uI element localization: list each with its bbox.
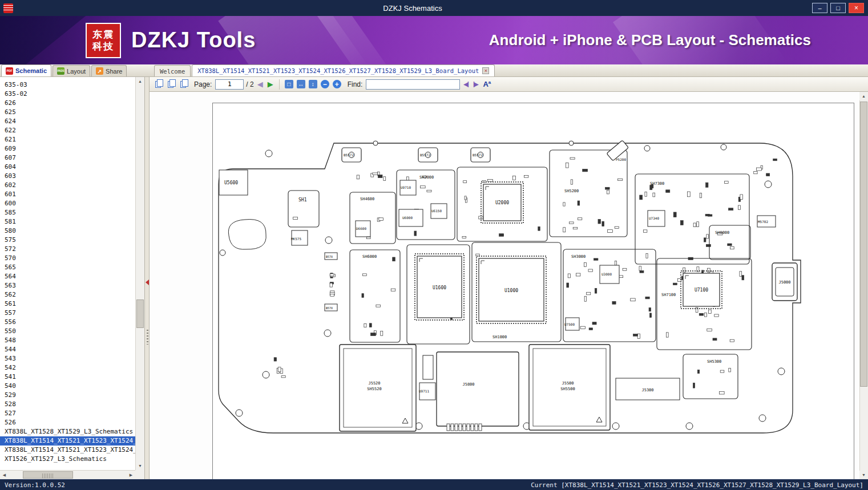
sidebar-item[interactable]: 622 (0, 126, 135, 135)
sidebar-item[interactable]: 621 (0, 135, 135, 144)
sidebar-item[interactable]: 602 (0, 181, 135, 190)
scrollbar-thumb[interactable] (136, 299, 144, 328)
document-tab-label: Welcome (160, 68, 185, 75)
sidebar-item[interactable]: 581 (0, 217, 135, 226)
sidebar-item[interactable]: 529 (0, 391, 135, 400)
sidebar-item[interactable]: 601 (0, 190, 135, 199)
scroll-up-icon[interactable]: ▲ (136, 77, 144, 86)
sidebar-item[interactable]: 528 (0, 400, 135, 409)
font-size-icon[interactable]: Aa (481, 80, 492, 88)
facing-pages-view-icon[interactable] (168, 81, 173, 88)
sidebar-item[interactable]: 543 (0, 354, 135, 363)
svg-text:SH7100: SH7100 (661, 293, 676, 297)
book-view-icon[interactable] (180, 81, 186, 88)
svg-text:M5702: M5702 (758, 220, 768, 224)
page-number-input[interactable] (215, 79, 244, 90)
scroll-right-icon[interactable]: ▶ (127, 471, 135, 479)
sidebar-item[interactable]: 564 (0, 272, 135, 281)
sidebar-item[interactable]: 600 (0, 199, 135, 208)
sidebar-item[interactable]: 575 (0, 236, 135, 245)
sidebar-item[interactable]: 635-03 (0, 80, 135, 90)
pads-icon: PADS (57, 67, 64, 75)
viewer-toolbar: Page: / 2 ◀ ▶ □ ↔ ↕ − + Find: ◀| |▶ Aa (150, 77, 868, 92)
document-tab[interactable]: Welcome (154, 65, 191, 76)
sidebar-vertical-scrollbar[interactable]: ▲ ▼ (135, 77, 144, 470)
sidebar-item[interactable]: 548 (0, 336, 135, 345)
tab-schematic[interactable]: PDFSchematic (1, 64, 51, 76)
pcb-board-drawing: U5600SH1MK575SH4600D6600B5572B5572B5572S… (213, 103, 855, 479)
actual-size-icon[interactable]: □ (285, 80, 293, 88)
sidebar-item[interactable]: 527 (0, 409, 135, 418)
sidebar-item[interactable]: 625 (0, 108, 135, 117)
svg-text:U1000: U1000 (504, 288, 518, 293)
sidebar-item[interactable]: XT1526_XT1527_L3_Schematics (0, 455, 135, 464)
tab-share[interactable]: ↗Share (91, 65, 127, 76)
sidebar-item[interactable]: 635-02 (0, 90, 135, 99)
sidebar-item[interactable]: 580 (0, 226, 135, 236)
scroll-left-icon[interactable]: ◀ (0, 471, 9, 479)
tab-layout[interactable]: PADSLayout (53, 65, 90, 76)
sidebar-item[interactable]: 541 (0, 372, 135, 382)
svg-text:SH3000: SH3000 (571, 254, 586, 259)
single-page-view-icon[interactable] (155, 81, 161, 88)
close-button[interactable]: × (849, 3, 864, 13)
document-tab[interactable]: XT838L_XT1514_XT1521_XT1523_XT1524_XT152… (192, 64, 495, 76)
sidebar-item[interactable]: 607 (0, 153, 135, 163)
tab-close-icon[interactable]: × (482, 67, 489, 74)
previous-page-icon[interactable]: ◀ (256, 80, 264, 88)
sidebar-item[interactable]: 585 (0, 208, 135, 217)
sidebar-item[interactable]: 563 (0, 281, 135, 290)
sidebar-item[interactable]: XT838L_XT1514_XT1521_XT1523_XT1524_XT1 (0, 446, 135, 455)
tab-bar: PDFSchematicPADSLayout↗Share WelcomeXT83… (0, 64, 868, 77)
toolbar-separator (279, 79, 280, 90)
scroll-up-icon[interactable]: ▲ (859, 92, 868, 100)
sidebar-item[interactable]: 561 (0, 299, 135, 309)
sidebar-splitter[interactable] (144, 77, 150, 479)
svg-text:MK575: MK575 (291, 237, 301, 241)
fit-page-icon[interactable]: ↕ (309, 80, 317, 88)
svg-text:B578: B578 (326, 306, 333, 310)
sidebar-item[interactable]: 609 (0, 144, 135, 153)
collapse-arrow-icon[interactable] (146, 280, 149, 285)
find-next-icon[interactable]: |▶ (472, 81, 479, 87)
find-previous-icon[interactable]: ◀| (462, 81, 470, 87)
sidebar-item[interactable]: 556 (0, 318, 135, 327)
current-document-text: Current [XT838L_XT1514_XT1521_XT1523_XT1… (531, 481, 863, 489)
fit-width-icon[interactable]: ↔ (297, 80, 305, 88)
svg-text:U7100: U7100 (695, 287, 708, 293)
sidebar-item[interactable]: 540 (0, 382, 135, 391)
scroll-down-icon[interactable]: ▼ (859, 471, 868, 479)
find-input[interactable] (366, 79, 460, 90)
sidebar-item[interactable]: 562 (0, 290, 135, 299)
minimize-button[interactable]: – (812, 3, 827, 13)
sidebar-item[interactable]: 603 (0, 172, 135, 181)
next-page-icon[interactable]: ▶ (267, 80, 274, 88)
scrollbar-thumb[interactable] (860, 102, 867, 387)
sidebar-item[interactable]: 572 (0, 245, 135, 254)
zoom-out-icon[interactable]: − (321, 80, 329, 88)
zoom-in-icon[interactable]: + (333, 80, 341, 88)
scrollbar-thumb[interactable] (23, 471, 73, 479)
sidebar-item[interactable]: 557 (0, 309, 135, 318)
sidebar-item[interactable]: 565 (0, 263, 135, 272)
sidebar-item[interactable]: XT838L_XT1514_XT1521_XT1523_XT1524_XT1 (0, 436, 135, 446)
maximize-button[interactable]: □ (830, 3, 846, 13)
sidebar-item[interactable]: 544 (0, 345, 135, 354)
sidebar-item[interactable]: XT838L_XT1528_XT1529_L3_Schematics (0, 427, 135, 436)
document-viewer[interactable]: U5600SH1MK575SH4600D6600B5572B5572B5572S… (150, 92, 859, 479)
sidebar-item[interactable]: 526 (0, 418, 135, 427)
splitter-grip[interactable] (147, 330, 148, 345)
sidebar-horizontal-scrollbar[interactable]: ◀ ▶ (0, 470, 135, 479)
svg-text:SH5300: SH5300 (707, 359, 721, 364)
sidebar-item[interactable]: 570 (0, 254, 135, 263)
sidebar-item[interactable]: 626 (0, 99, 135, 108)
pdf-icon: PDF (6, 67, 13, 75)
scroll-down-icon[interactable]: ▼ (136, 461, 144, 470)
viewer-vertical-scrollbar[interactable]: ▲ ▼ (859, 92, 868, 479)
svg-text:SH2000: SH2000 (419, 175, 434, 180)
app-window: DZKJ Schematics – □ × 东震 科技 DZKJ Tools A… (0, 0, 868, 490)
sidebar-item[interactable]: 624 (0, 117, 135, 126)
sidebar-item[interactable]: 604 (0, 163, 135, 172)
sidebar-item[interactable]: 542 (0, 363, 135, 372)
sidebar-item[interactable]: 550 (0, 327, 135, 336)
